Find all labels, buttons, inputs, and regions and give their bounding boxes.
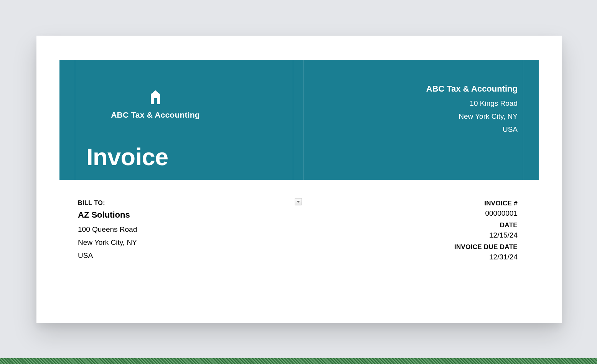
banner-divider	[303, 60, 304, 180]
invoice-number-label: INVOICE #	[454, 200, 518, 207]
invoice-banner: ABC Tax & Accounting Invoice ABC Tax & A…	[59, 60, 539, 180]
invoice-due-value: 12/31/24	[454, 253, 518, 261]
svg-rect-0	[154, 98, 157, 104]
invoice-date-value: 12/15/24	[454, 231, 518, 239]
building-icon	[148, 89, 163, 107]
banner-divider	[293, 60, 293, 180]
bill-to-block: BILL TO: AZ Solutions 100 Queens Road Ne…	[78, 200, 137, 265]
company-address-line: 10 Kings Road	[426, 99, 518, 108]
invoice-meta-block: INVOICE # 00000001 DATE 12/15/24 INVOICE…	[454, 200, 518, 265]
company-address-block: ABC Tax & Accounting 10 Kings Road New Y…	[426, 84, 518, 138]
bill_to-address-line: USA	[78, 251, 137, 260]
banner-divider	[523, 60, 523, 180]
bill-to-client-name: AZ Solutions	[78, 210, 137, 220]
invoice-body: BILL TO: AZ Solutions 100 Queens Road Ne…	[59, 180, 539, 265]
bill-to-address-line: 100 Queens Road	[78, 225, 137, 234]
logo-text: ABC Tax & Accounting	[86, 110, 224, 120]
banner-divider	[75, 60, 75, 180]
company-name: ABC Tax & Accounting	[426, 84, 518, 94]
bill-to-label: BILL TO:	[78, 200, 137, 207]
company-address-line: New York City, NY	[426, 112, 518, 121]
chevron-down-icon	[297, 201, 300, 203]
company-logo-block: ABC Tax & Accounting	[86, 89, 224, 120]
invoice-due-label: INVOICE DUE DATE	[454, 243, 518, 251]
page-bottom-strip	[0, 358, 597, 364]
document-title: Invoice	[86, 143, 168, 171]
invoice-number-value: 00000001	[454, 209, 518, 218]
invoice-date-label: DATE	[454, 221, 518, 229]
company-address-line: USA	[426, 125, 518, 134]
dropdown-button[interactable]	[295, 198, 302, 205]
invoice-card: ABC Tax & Accounting Invoice ABC Tax & A…	[36, 36, 562, 323]
bill-to-address-line: New York City, NY	[78, 238, 137, 247]
